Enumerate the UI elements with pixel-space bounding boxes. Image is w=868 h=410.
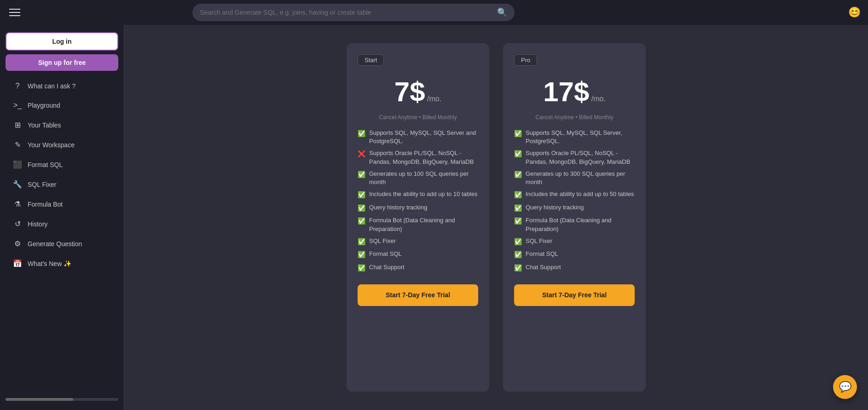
check-icon-pro-1: ✅ — [514, 150, 522, 159]
plan-start-price-period: /mo. — [427, 95, 441, 103]
sidebar-label-what-can-i-ask: What can I ask ? — [28, 82, 75, 90]
search-container: 🔍 — [192, 4, 515, 21]
generate-icon: ⚙ — [13, 239, 22, 248]
check-icon-pro-7: ✅ — [514, 250, 522, 260]
sidebar-item-history[interactable]: ↺ History — [4, 215, 120, 233]
sidebar-scrollbar — [6, 398, 118, 401]
plan-pro-feature-5: ✅ Formula Bot (Data Cleaning and Prepara… — [514, 216, 635, 233]
search-input[interactable] — [200, 9, 497, 16]
sidebar-label-whats-new: What's New ✨ — [28, 260, 71, 267]
plan-pro-price-amount: 17$ — [543, 76, 589, 107]
check-icon-pro-0: ✅ — [514, 129, 522, 139]
plan-start-feature-4: ✅ Query history tracking — [358, 203, 478, 213]
plan-start-feature-1: ❌ Supports Oracle PL/SQL, NoSQL - Pandas… — [358, 149, 478, 166]
calendar-icon: 📅 — [13, 259, 22, 268]
plan-pro-feature-0: ✅ Supports SQL, MySQL, SQL Server, Postg… — [514, 129, 635, 145]
plan-pro-feature-8: ✅ Chat Support — [514, 263, 635, 273]
plan-pro-price-note: Cancel Anytime • Billed Monthly — [514, 114, 635, 121]
plan-start-feature-3: ✅ Includes the ability to add up to 10 t… — [358, 190, 478, 200]
sidebar-item-what-can-i-ask[interactable]: ? What can I ask ? — [4, 77, 120, 95]
plan-start-price-display: 7$ /mo. — [358, 76, 478, 108]
plan-start-feature-7: ✅ Format SQL — [358, 250, 478, 260]
sidebar-item-generate-question[interactable]: ⚙ Generate Question — [4, 235, 120, 253]
plan-pro-feature-4: ✅ Query history tracking — [514, 203, 635, 213]
sidebar-label-sql-fixer: SQL Fixer — [28, 181, 57, 188]
plan-start-tag: Start — [358, 54, 384, 66]
sidebar-label-your-workspace: Your Workspace — [28, 141, 75, 149]
plan-pro-feature-2: ✅ Generates up to 300 SQL queries per mo… — [514, 170, 635, 186]
flask-icon: ⚗ — [13, 200, 22, 208]
plan-start-feature-6: ✅ SQL Fixer — [358, 237, 478, 247]
check-icon-pro-6: ✅ — [514, 237, 522, 247]
main-content: Start 7$ /mo. Cancel Anytime • Billed Mo… — [124, 25, 868, 410]
plan-pro-feature-7: ✅ Format SQL — [514, 250, 635, 260]
sidebar-label-generate-question: Generate Question — [28, 240, 82, 248]
check-icon-5: ✅ — [358, 217, 365, 226]
plan-pro-card: Pro 17$ /mo. Cancel Anytime • Billed Mon… — [503, 43, 646, 392]
format-icon: ⬛ — [13, 160, 22, 169]
plan-start-feature-5: ✅ Formula Bot (Data Cleaning and Prepara… — [358, 216, 478, 233]
plan-start-feature-0: ✅ Supports SQL, MySQL, SQL Server and Po… — [358, 129, 478, 145]
sidebar-item-playground[interactable]: >_ Playground — [4, 97, 120, 114]
check-icon-7: ✅ — [358, 250, 365, 260]
plan-pro-trial-button[interactable]: Start 7-Day Free Trial — [514, 284, 635, 306]
check-icon-0: ✅ — [358, 129, 365, 139]
check-icon-6: ✅ — [358, 237, 365, 247]
hamburger-menu[interactable] — [7, 7, 22, 18]
main-layout: Log in Sign up for free ? What can I ask… — [0, 25, 868, 410]
tables-icon: ⊞ — [13, 121, 22, 129]
plan-pro-feature-3: ✅ Includes the ability to add up to 50 t… — [514, 190, 635, 200]
sidebar-label-playground: Playground — [28, 102, 60, 109]
topbar: 🔍 😊 — [0, 0, 868, 25]
question-icon: ? — [13, 82, 22, 90]
check-icon-pro-5: ✅ — [514, 217, 522, 226]
history-icon: ↺ — [13, 219, 22, 228]
plan-pro-price-display: 17$ /mo. — [514, 76, 635, 108]
terminal-icon: >_ — [13, 101, 22, 110]
sidebar-item-your-tables[interactable]: ⊞ Your Tables — [4, 116, 120, 134]
chat-icon: 💬 — [839, 381, 851, 393]
search-button[interactable]: 🔍 — [497, 7, 507, 17]
plan-pro-feature-1: ✅ Supports Oracle PL/SQL, NoSQL - Pandas… — [514, 149, 635, 166]
sidebar-label-formula-bot: Formula Bot — [28, 201, 63, 208]
sidebar-item-your-workspace[interactable]: ✎ Your Workspace — [4, 136, 120, 154]
sidebar-item-format-sql[interactable]: ⬛ Format SQL — [4, 156, 120, 173]
check-icon-4: ✅ — [358, 204, 365, 213]
plan-start-card: Start 7$ /mo. Cancel Anytime • Billed Mo… — [347, 43, 489, 392]
sidebar-item-formula-bot[interactable]: ⚗ Formula Bot — [4, 195, 120, 213]
plan-start-features: ✅ Supports SQL, MySQL, SQL Server and Po… — [358, 129, 478, 272]
plan-pro-tag: Pro — [514, 54, 537, 66]
sidebar-scrollbar-thumb — [6, 398, 73, 401]
wrench-icon: 🔧 — [13, 180, 22, 189]
sidebar: Log in Sign up for free ? What can I ask… — [0, 25, 124, 410]
user-face-icon[interactable]: 😊 — [848, 6, 861, 18]
plan-pro-feature-6: ✅ SQL Fixer — [514, 237, 635, 247]
signup-button[interactable]: Sign up for free — [6, 54, 118, 71]
plan-pro-features: ✅ Supports SQL, MySQL, SQL Server, Postg… — [514, 129, 635, 272]
plan-start-price-amount: 7$ — [394, 76, 425, 107]
plan-start-feature-8: ✅ Chat Support — [358, 263, 478, 273]
check-icon-pro-8: ✅ — [514, 264, 522, 273]
sidebar-label-format-sql: Format SQL — [28, 161, 63, 168]
sidebar-label-your-tables: Your Tables — [28, 121, 61, 129]
plan-start-trial-button[interactable]: Start 7-Day Free Trial — [358, 284, 478, 306]
check-icon-pro-3: ✅ — [514, 191, 522, 200]
plan-start-price-note: Cancel Anytime • Billed Monthly — [358, 114, 478, 121]
plan-start-feature-2: ✅ Generates up to 100 SQL queries per mo… — [358, 170, 478, 186]
check-icon-pro-2: ✅ — [514, 170, 522, 179]
x-icon-1: ❌ — [358, 150, 365, 159]
sidebar-label-history: History — [28, 220, 48, 228]
login-button[interactable]: Log in — [6, 32, 118, 51]
sidebar-item-sql-fixer[interactable]: 🔧 SQL Fixer — [4, 175, 120, 193]
sidebar-item-whats-new[interactable]: 📅 What's New ✨ — [4, 254, 120, 272]
workspace-icon: ✎ — [13, 140, 22, 149]
float-chat-button[interactable]: 💬 — [833, 375, 857, 399]
check-icon-8: ✅ — [358, 264, 365, 273]
check-icon-2: ✅ — [358, 170, 365, 179]
check-icon-pro-4: ✅ — [514, 204, 522, 213]
check-icon-3: ✅ — [358, 191, 365, 200]
plan-pro-price-period: /mo. — [591, 95, 606, 103]
